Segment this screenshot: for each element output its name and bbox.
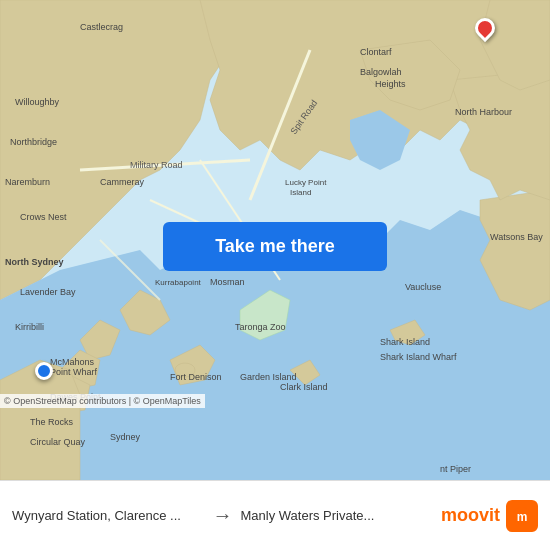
svg-text:Circular Quay: Circular Quay <box>30 437 86 447</box>
destination-marker <box>475 18 495 46</box>
svg-text:Garden Island: Garden Island <box>240 372 297 382</box>
svg-text:Willoughby: Willoughby <box>15 97 60 107</box>
svg-text:Clontarf: Clontarf <box>360 47 392 57</box>
svg-text:Island: Island <box>290 188 311 197</box>
origin-marker <box>35 362 53 380</box>
moovit-icon: m <box>506 500 538 532</box>
from-location: Wynyard Station, Clarence ... <box>12 508 205 523</box>
svg-text:Northbridge: Northbridge <box>10 137 57 147</box>
svg-text:Lavender Bay: Lavender Bay <box>20 287 76 297</box>
svg-text:Naremburn: Naremburn <box>5 177 50 187</box>
svg-text:Crows Nest: Crows Nest <box>20 212 67 222</box>
moovit-brand-text: moovit <box>441 505 500 526</box>
svg-text:Kurrabapoint: Kurrabapoint <box>155 278 202 287</box>
svg-text:Balgowlah: Balgowlah <box>360 67 402 77</box>
moovit-logo: moovit m <box>441 500 538 532</box>
svg-text:Mosman: Mosman <box>210 277 245 287</box>
to-location-label: Manly Waters Private... <box>241 508 434 523</box>
svg-text:North Harbour: North Harbour <box>455 107 512 117</box>
svg-text:North Sydney: North Sydney <box>5 257 64 267</box>
svg-text:Taronga Zoo: Taronga Zoo <box>235 322 286 332</box>
to-location: Manly Waters Private... <box>241 508 434 523</box>
svg-text:Kirribilli: Kirribilli <box>15 322 44 332</box>
arrow-icon: → <box>213 504 233 527</box>
direction-arrow: → <box>205 504 241 527</box>
bottom-bar: Wynyard Station, Clarence ... → Manly Wa… <box>0 480 550 550</box>
svg-text:Vaucluse: Vaucluse <box>405 282 441 292</box>
map-attribution: © OpenStreetMap contributors | © OpenMap… <box>0 394 205 408</box>
svg-text:Clark Island: Clark Island <box>280 382 328 392</box>
svg-text:McMahons: McMahons <box>50 357 95 367</box>
svg-text:Castlecrag: Castlecrag <box>80 22 123 32</box>
svg-text:The Rocks: The Rocks <box>30 417 74 427</box>
svg-text:Cammeray: Cammeray <box>100 177 145 187</box>
svg-text:Military Road: Military Road <box>130 160 183 170</box>
svg-text:Sydney: Sydney <box>110 432 141 442</box>
destination-pin <box>471 14 499 42</box>
svg-text:Heights: Heights <box>375 79 406 89</box>
svg-text:Point Wharf: Point Wharf <box>50 367 98 377</box>
svg-text:Fort Denison: Fort Denison <box>170 372 222 382</box>
svg-text:Lucky Point: Lucky Point <box>285 178 327 187</box>
map-area: Spit Road Military Road Willoughby North… <box>0 0 550 480</box>
app-container: Spit Road Military Road Willoughby North… <box>0 0 550 550</box>
svg-text:Watsons Bay: Watsons Bay <box>490 232 543 242</box>
from-location-label: Wynyard Station, Clarence ... <box>12 508 205 523</box>
take-me-there-button[interactable]: Take me there <box>163 222 387 271</box>
svg-text:nt Piper: nt Piper <box>440 464 471 474</box>
svg-text:Shark Island Wharf: Shark Island Wharf <box>380 352 457 362</box>
svg-text:Shark Island: Shark Island <box>380 337 430 347</box>
svg-text:m: m <box>517 510 528 524</box>
